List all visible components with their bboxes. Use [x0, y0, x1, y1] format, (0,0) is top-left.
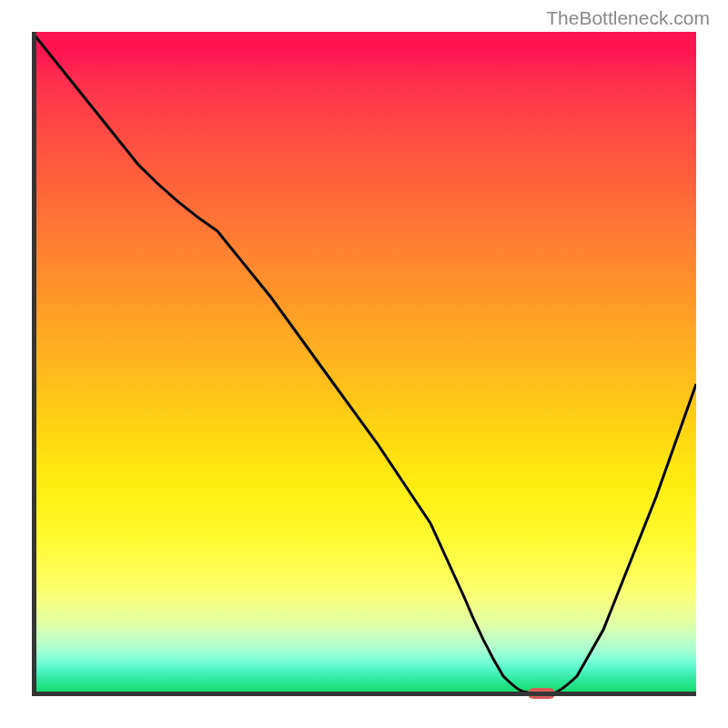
x-axis [32, 692, 696, 696]
plot-area [32, 32, 696, 696]
curve-line [32, 32, 696, 696]
watermark-text: TheBottleneck.com [546, 7, 710, 29]
y-axis [32, 32, 36, 696]
bottleneck-chart: TheBottleneck.com [0, 0, 728, 728]
